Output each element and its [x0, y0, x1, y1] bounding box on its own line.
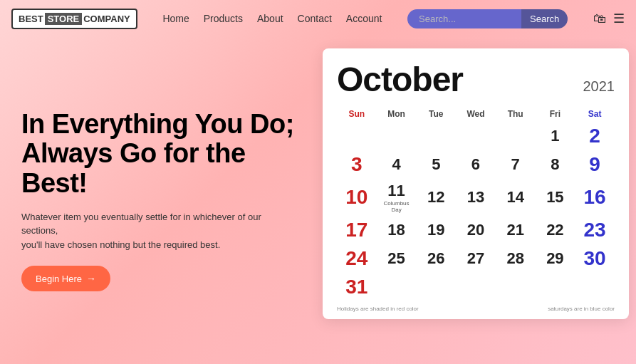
logo-store: STORE	[45, 13, 83, 25]
cal-day-empty	[496, 122, 536, 150]
day-header-wed: Wed	[456, 106, 496, 122]
cal-day-14: 14	[496, 179, 536, 216]
cal-day-29: 29	[536, 244, 575, 273]
cal-day-empty	[496, 273, 536, 301]
hero-subtext-line1: Whatever item you eventually settle for …	[21, 212, 261, 236]
cal-day-24: 24	[337, 244, 377, 273]
cal-day-9: 9	[575, 150, 615, 179]
nav-item-account[interactable]: Account	[346, 12, 382, 25]
table-row: 24 25 26 27 28 29 30	[337, 244, 615, 273]
day-header-mon: Mon	[377, 106, 417, 122]
cal-day-5: 5	[416, 150, 456, 179]
logo[interactable]: BEST STORE COMPANY	[11, 9, 137, 29]
cal-day-28: 28	[496, 244, 536, 273]
nav-links: Home Products About Contact Account	[162, 12, 382, 25]
calendar-grid: Sun Mon Tue Wed Thu Fri Sat	[337, 106, 615, 301]
hero-heading-line1: In Everything You Do;	[21, 109, 294, 139]
cal-day-empty	[337, 122, 377, 150]
cal-day-17: 17	[337, 216, 377, 244]
nav-link-products[interactable]: Products	[204, 13, 243, 24]
cal-day-11: 11Columbus Day	[377, 179, 417, 216]
cal-day-19: 19	[416, 216, 456, 244]
cal-day-1: 1	[536, 122, 575, 150]
search-input[interactable]	[407, 9, 521, 28]
cal-day-15: 15	[536, 179, 575, 216]
menu-icon[interactable]: ☰	[613, 11, 625, 26]
cal-day-22: 22	[536, 216, 575, 244]
cal-day-empty	[575, 273, 615, 301]
table-row: 17 18 19 20 21 22 23	[337, 216, 615, 244]
nav-link-account[interactable]: Account	[346, 13, 382, 24]
cal-day-empty	[456, 122, 496, 150]
cal-day-3: 3	[337, 150, 377, 179]
table-row: 31	[337, 273, 615, 301]
cal-day-empty	[416, 273, 456, 301]
nav-link-home[interactable]: Home	[162, 13, 189, 24]
hero-heading-line2: Always Go for the Best!	[21, 138, 246, 198]
nav-icons: 🛍 ☰	[593, 11, 625, 26]
day-header-fri: Fri	[536, 106, 575, 122]
calendar: October 2021 Sun Mon Tue Wed Thu Fri Sat	[323, 48, 629, 319]
cal-day-2: 2	[575, 122, 615, 150]
nav-item-products[interactable]: Products	[204, 12, 243, 25]
cart-icon[interactable]: 🛍	[593, 11, 606, 26]
table-row: 10 11Columbus Day 12 13 14 15 16	[337, 179, 615, 216]
arrow-icon: →	[86, 273, 96, 284]
footer-left: Holidays are shaded in red color	[337, 306, 419, 312]
cal-day-7: 7	[496, 150, 536, 179]
cal-day-13: 13	[456, 179, 496, 216]
logo-best: BEST	[19, 14, 43, 24]
calendar-month: October	[337, 60, 463, 99]
hero-heading: In Everything You Do; Always Go for the …	[21, 110, 294, 199]
calendar-header: October 2021	[337, 60, 615, 99]
cal-day-empty	[377, 122, 417, 150]
nav-link-about[interactable]: About	[257, 13, 283, 24]
cal-day-6: 6	[456, 150, 496, 179]
day-header-thu: Thu	[496, 106, 536, 122]
hero-subtext-line2: you'll have chosen nothing but the requi…	[21, 239, 220, 250]
cal-day-18: 18	[377, 216, 417, 244]
cal-day-empty	[377, 273, 417, 301]
day-header-tue: Tue	[416, 106, 456, 122]
cal-day-20: 20	[456, 216, 496, 244]
cal-day-25: 25	[377, 244, 417, 273]
hero-subtext: Whatever item you eventually settle for …	[21, 210, 294, 252]
search-button[interactable]: Search	[521, 9, 568, 28]
cal-day-empty	[456, 273, 496, 301]
footer-right: saturdays are in blue color	[548, 306, 615, 312]
cal-day-23: 23	[575, 216, 615, 244]
calendar-year: 2021	[583, 78, 615, 95]
cal-day-8: 8	[536, 150, 575, 179]
nav-link-contact[interactable]: Contact	[298, 13, 332, 24]
calendar-footer: Holidays are shaded in red color saturda…	[337, 306, 615, 312]
table-row: 3 4 5 6 7 8 9	[337, 150, 615, 179]
cal-day-30: 30	[575, 244, 615, 273]
columbus-day-note: Columbus Day	[378, 200, 415, 213]
nav-item-contact[interactable]: Contact	[298, 12, 332, 25]
cal-day-empty	[536, 273, 575, 301]
cal-day-12: 12	[416, 179, 456, 216]
cal-day-4: 4	[377, 150, 417, 179]
cal-day-27: 27	[456, 244, 496, 273]
cal-day-empty	[416, 122, 456, 150]
cal-day-31: 31	[337, 273, 377, 301]
begin-here-button[interactable]: Begin Here →	[21, 266, 110, 291]
nav-item-home[interactable]: Home	[162, 12, 189, 25]
day-header-sun: Sun	[337, 106, 377, 122]
cal-day-16: 16	[575, 179, 615, 216]
day-header-sat: Sat	[575, 106, 615, 122]
hero-right: October 2021 Sun Mon Tue Wed Thu Fri Sat	[316, 37, 636, 364]
begin-here-label: Begin Here	[36, 274, 82, 284]
navbar: BEST STORE COMPANY Home Products About C…	[0, 0, 636, 37]
cal-day-21: 21	[496, 216, 536, 244]
hero-left: In Everything You Do; Always Go for the …	[0, 37, 316, 364]
cal-day-26: 26	[416, 244, 456, 273]
search-area: Search	[407, 9, 568, 28]
table-row: 1 2	[337, 122, 615, 150]
cal-day-10: 10	[337, 179, 377, 216]
logo-company: COMPANY	[83, 14, 130, 24]
hero-section: In Everything You Do; Always Go for the …	[0, 37, 636, 364]
nav-item-about[interactable]: About	[257, 12, 283, 25]
